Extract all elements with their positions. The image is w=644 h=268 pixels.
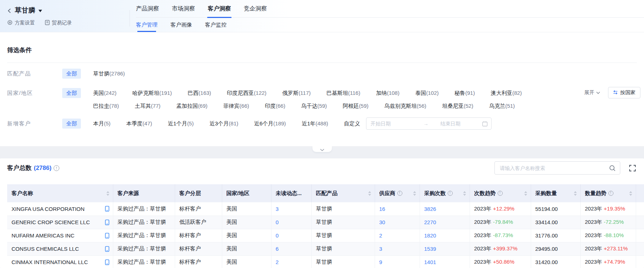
country-option[interactable]: 坦桑尼亚(52) [442, 101, 474, 111]
new-customer-option[interactable]: 近3个月(81) [210, 119, 238, 129]
cell-link[interactable]: 16 [379, 206, 385, 212]
contact-icon[interactable] [105, 206, 109, 212]
custom-range-option[interactable]: 自定义 [344, 119, 360, 129]
back-icon[interactable] [7, 8, 12, 13]
cell-qty_trend: 2023年 +273.11% [580, 242, 636, 255]
customer-name[interactable]: XINGFA USA CORPORATION [12, 206, 85, 212]
product-option[interactable]: 草甘膦(2786) [93, 69, 125, 79]
sort-icon[interactable] [461, 191, 466, 196]
new-customer-option[interactable]: 近6个月(189) [254, 119, 286, 129]
menu-item-trade-records[interactable]: 贸易记录 [45, 20, 72, 26]
all-chip-new-customer[interactable]: 全部 [62, 119, 81, 129]
new-customer-option[interactable]: 本季度(47) [126, 119, 152, 129]
by-country-button[interactable]: 按国家 [608, 87, 640, 98]
table-row[interactable]: NUFARM AMERICAS INC采购过产品：草甘膦标杆客户美国0草甘膦21… [7, 229, 644, 242]
all-chip-product[interactable]: 全部 [62, 69, 81, 79]
contact-icon[interactable] [105, 246, 109, 252]
primary-tab-3[interactable]: 竞企洞察 [244, 0, 267, 17]
country-option[interactable]: 巴西(163) [188, 88, 211, 98]
country-option[interactable]: 印度(66) [265, 101, 286, 111]
info-icon[interactable]: ! [498, 191, 503, 196]
sub-tab-2[interactable]: 客户监控 [205, 18, 227, 32]
collapse-filters-button[interactable] [312, 146, 332, 152]
customer-name[interactable]: CONSUS CHEMICALS LLC [12, 246, 79, 252]
option-label: 本季度 [126, 120, 142, 126]
option-count: (189) [273, 120, 286, 126]
cell-link[interactable]: 2 [379, 232, 382, 239]
calendar-icon[interactable] [482, 121, 488, 126]
country-option[interactable]: 泰国(102) [415, 88, 439, 98]
info-icon[interactable]: ! [54, 165, 59, 171]
customer-name[interactable]: NUFARM AMERICAS INC [12, 232, 74, 239]
new-customer-option[interactable]: 本月(5) [93, 119, 110, 129]
start-date-input[interactable] [370, 120, 412, 127]
cell-link[interactable]: 2 [276, 259, 279, 265]
primary-tab-2[interactable]: 客户洞察 [208, 0, 231, 17]
cell-link[interactable]: 9 [379, 259, 382, 265]
cell-link[interactable]: 3 [276, 206, 279, 212]
cell-link[interactable]: 6 [276, 246, 279, 252]
country-option[interactable]: 菲律宾(66) [223, 101, 249, 111]
all-chip-country[interactable]: 全部 [62, 88, 81, 98]
table-row[interactable]: CONSUS CHEMICALS LLC采购过产品：草甘膦标杆客户美国6草甘膦3… [7, 242, 644, 255]
country-option[interactable]: 乌克兰(51) [489, 101, 515, 111]
search-input[interactable] [499, 165, 609, 171]
country-option[interactable]: 孟加拉国(69) [176, 101, 207, 111]
expand-toggle[interactable]: 展开 [584, 89, 600, 96]
cell-link[interactable]: 1820 [424, 232, 436, 239]
primary-tab-1[interactable]: 市场洞察 [172, 0, 195, 17]
country-option[interactable]: 美国(242) [93, 88, 117, 98]
cell-link[interactable]: 30 [379, 219, 385, 225]
sort-icon[interactable] [627, 191, 632, 196]
table-row[interactable]: GENERIC CROP SCIENCE LLC采购过产品：草甘膦低活跃客户美国… [7, 216, 644, 229]
contact-icon[interactable] [105, 259, 109, 265]
country-option[interactable]: 土耳其(77) [135, 101, 161, 111]
sort-icon[interactable] [104, 191, 109, 196]
sort-icon[interactable] [366, 191, 371, 196]
cell-link[interactable]: 0 [276, 219, 279, 225]
column-label: 客户分层 [179, 190, 201, 197]
country-option[interactable]: 巴基斯坦(116) [326, 88, 360, 98]
cell-link[interactable]: 2270 [424, 219, 436, 225]
cell-link[interactable]: 3 [379, 246, 382, 252]
customer-name[interactable]: CINMAX INTERNATIONAL LLC [12, 259, 88, 265]
sort-icon[interactable] [572, 191, 577, 196]
country-option[interactable]: 乌兹别克斯坦(56) [384, 101, 426, 111]
search-icon[interactable] [609, 165, 616, 171]
chevron-down-icon[interactable] [38, 10, 42, 14]
option-label: 近1年 [302, 120, 315, 126]
country-option[interactable]: 澳大利亚(82) [491, 88, 522, 98]
info-icon[interactable]: ! [397, 191, 402, 196]
country-option[interactable]: 巴拉圭(78) [93, 101, 119, 111]
country-option[interactable]: 哈萨克斯坦(191) [132, 88, 172, 98]
country-option[interactable]: 加纳(108) [376, 88, 399, 98]
country-option[interactable]: 印度尼西亚(122) [227, 88, 266, 98]
cell-link[interactable]: 1539 [424, 246, 436, 252]
page-title[interactable]: 草甘膦 [15, 6, 35, 15]
menu-item-plan-settings[interactable]: 方案设置 [7, 20, 35, 26]
sort-icon[interactable] [522, 191, 527, 196]
contact-icon[interactable] [105, 233, 109, 239]
primary-tab-0[interactable]: 产品洞察 [136, 0, 159, 17]
country-option[interactable]: 乌干达(59) [301, 101, 327, 111]
cell-link[interactable]: 1401 [424, 259, 436, 265]
end-date-input[interactable] [440, 120, 482, 127]
info-icon[interactable]: ! [448, 191, 453, 196]
country-option[interactable]: 俄罗斯(117) [282, 88, 311, 98]
sort-icon[interactable] [411, 191, 416, 196]
fullscreen-icon[interactable] [629, 165, 636, 172]
table-row[interactable]: XINGFA USA CORPORATION采购过产品：草甘膦标杆客户美国3草甘… [7, 202, 644, 216]
sub-tab-1[interactable]: 客户画像 [170, 18, 192, 32]
contact-icon[interactable] [105, 220, 109, 225]
cell-link[interactable]: 0 [276, 232, 279, 239]
country-option[interactable]: 阿根廷(59) [343, 101, 369, 111]
table-row[interactable]: CINMAX INTERNATIONAL LLC采购过产品：草甘膦标杆客户美国2… [7, 255, 644, 268]
info-icon[interactable]: ! [608, 191, 613, 196]
new-customer-option[interactable]: 近1年(488) [302, 119, 328, 129]
cell-link[interactable]: 3826 [424, 206, 436, 212]
country-option[interactable]: 秘鲁(91) [455, 88, 475, 98]
sort-icon[interactable] [640, 191, 641, 196]
customer-name[interactable]: GENERIC CROP SCIENCE LLC [12, 219, 90, 225]
sub-tab-0[interactable]: 客户管理 [136, 18, 157, 32]
new-customer-option[interactable]: 近1个月(5) [168, 119, 194, 129]
